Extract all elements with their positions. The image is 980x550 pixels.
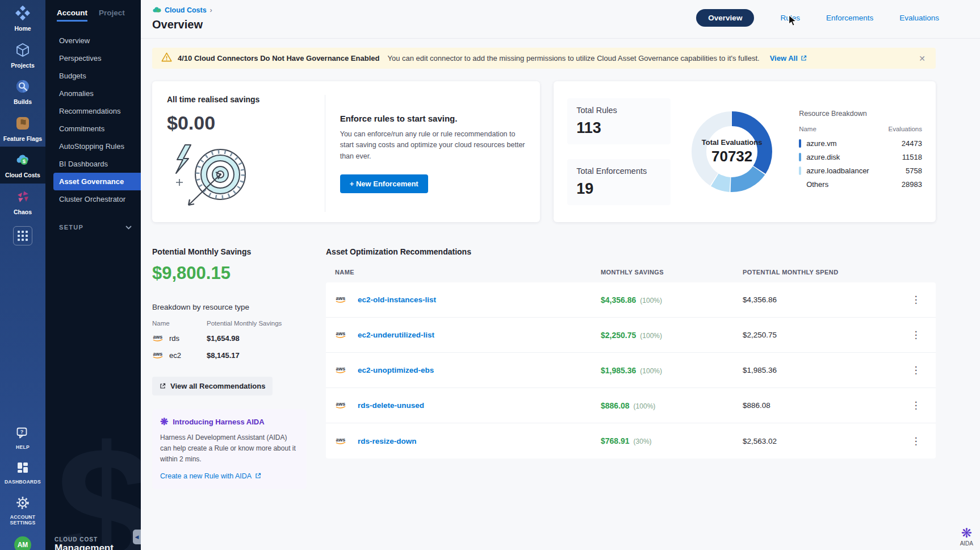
potential-savings-label: Potential Monthly Savings: [152, 247, 307, 256]
view-all-label: View all Recommendations: [170, 382, 265, 390]
sidebar-collapse-button[interactable]: ◀: [133, 530, 141, 544]
aida-panel: ❋ Introducing Harness AIDA Harness AI De…: [152, 409, 307, 489]
kebab-menu-icon[interactable]: ⋮: [896, 295, 936, 305]
tab-rules[interactable]: Rules: [780, 14, 800, 22]
external-link-icon: [801, 55, 807, 61]
banner-close-icon[interactable]: ✕: [918, 54, 927, 63]
sidebar-item-anomalies[interactable]: Anomalies: [45, 85, 141, 102]
monthly-spend-cell: $2,563.02: [743, 437, 896, 445]
kebab-menu-icon[interactable]: ⋮: [896, 330, 936, 340]
breakdown-name: awsrds: [152, 333, 207, 344]
savings-amount: $4,356.86: [601, 295, 636, 305]
rail-item-builds[interactable]: Builds: [0, 73, 45, 110]
legend-value: 24473: [902, 139, 922, 148]
legend-row: azure.vm24473: [799, 139, 922, 148]
breakdown-rows: awsrds$1,654.98awsec2$8,145.17: [152, 333, 307, 361]
recommendation-link[interactable]: awsrds-resize-down: [326, 436, 601, 447]
aida-pinwheel-icon: ❋: [960, 527, 973, 540]
recommendations-rows: awsec2-old-instances-list$4,356.86(100%)…: [326, 282, 936, 459]
projects-icon: [15, 43, 30, 57]
recommendations-table: Asset Optimization Recommendations NAME …: [326, 247, 936, 489]
kebab-menu-icon[interactable]: ⋮: [896, 401, 936, 410]
rail-item-account-settings[interactable]: ACCOUNT SETTINGS: [0, 490, 45, 531]
new-enforcement-button[interactable]: + New Enforcement: [340, 174, 428, 193]
rail-item-cloud-costs[interactable]: $Cloud Costs: [0, 147, 45, 184]
recommendation-name: ec2-unoptimized-ebs: [358, 366, 434, 374]
rail-item-help[interactable]: ?HELP: [0, 420, 45, 455]
footer-kicker: CLOUD COST: [55, 536, 114, 543]
recommendation-link[interactable]: awsrds-delete-unused: [326, 400, 601, 411]
recommendation-name: rds-delete-unused: [358, 401, 424, 410]
aida-fab[interactable]: ❋ AIDA: [960, 527, 973, 547]
recommendation-link[interactable]: awsec2-underutilized-list: [326, 330, 601, 340]
svg-text:aws: aws: [336, 436, 346, 442]
scope-tab-project[interactable]: Project: [99, 9, 125, 22]
recommendation-name: rds-resize-down: [358, 437, 417, 445]
tab-enforcements[interactable]: Enforcements: [826, 14, 873, 22]
kebab-menu-icon[interactable]: ⋮: [896, 436, 936, 446]
legend-value: 5758: [906, 166, 922, 175]
sidebar-item-budgets[interactable]: Budgets: [45, 67, 141, 85]
dollar-watermark: $: [56, 419, 141, 550]
recommendation-link[interactable]: awsec2-old-instances-list: [326, 294, 601, 305]
breadcrumb[interactable]: Cloud Costs ›: [152, 6, 212, 15]
monthly-savings-cell: $2,250.75(100%): [601, 331, 743, 340]
legend-col-evaluations: Evaluations: [889, 126, 922, 132]
tab-evaluations[interactable]: Evaluations: [899, 14, 939, 22]
rail-item-label: HELP: [1, 444, 44, 450]
aws-icon: aws: [335, 294, 349, 305]
rail-items: HomeProjectsBuildsFeature Flags$Cloud Co…: [0, 0, 45, 252]
savings-amount: $886.08: [601, 401, 630, 410]
realised-savings-card: All time realised savings $0.00: [152, 81, 540, 222]
module-rail: HomeProjectsBuildsFeature Flags$Cloud Co…: [0, 0, 45, 550]
savings-percent: (100%): [634, 402, 656, 410]
savings-amount: $1,985.36: [601, 366, 636, 375]
breakdown-row: awsrds$1,654.98: [152, 333, 307, 344]
savings-percent: (30%): [634, 438, 652, 445]
savings-percent: (100%): [640, 367, 662, 375]
view-all-recommendations-button[interactable]: View all Recommendations: [152, 377, 273, 395]
sidebar-item-asset-governance[interactable]: Asset Governance: [53, 173, 141, 190]
sidebar-item-commitments[interactable]: Commitments: [45, 120, 141, 138]
rail-item-feature-flags[interactable]: Feature Flags: [0, 110, 45, 147]
tab-overview[interactable]: Overview: [696, 9, 754, 27]
legend-value: 11518: [902, 153, 922, 161]
banner-view-all-link[interactable]: View All: [770, 54, 807, 63]
savings-percent: (100%): [640, 297, 662, 305]
scope-tab-account[interactable]: Account: [57, 9, 87, 22]
recommendation-link[interactable]: awsec2-unoptimized-ebs: [326, 365, 601, 376]
rail-item-module-picker[interactable]: [0, 220, 45, 252]
chevron-down-icon: [125, 224, 132, 231]
setup-label: SETUP: [59, 224, 83, 231]
breakdown-header: Name Potential Monthly Savings: [152, 320, 307, 327]
kebab-menu-icon[interactable]: ⋮: [896, 365, 936, 375]
rail-item-projects[interactable]: Projects: [0, 37, 45, 74]
sidebar-item-autostopping-rules[interactable]: AutoStopping Rules: [45, 138, 141, 155]
sidebar-item-setup[interactable]: SETUP: [45, 208, 141, 231]
legend-name: azure.vm: [806, 139, 836, 148]
sidebar-item-recommendations[interactable]: Recommendations: [45, 102, 141, 120]
page-header: Cloud Costs › Overview OverviewRulesEnfo…: [141, 0, 980, 39]
monthly-spend-cell: $886.08: [743, 401, 896, 410]
rail-item-home[interactable]: Home: [0, 0, 45, 37]
aida-fab-label: AIDA: [960, 540, 973, 547]
sidebar-item-bi-dashboards[interactable]: BI Dashboards: [45, 155, 141, 173]
create-rule-with-aida-link[interactable]: Create a new Rule with AIDA: [160, 472, 299, 480]
svg-text:aws: aws: [336, 295, 346, 301]
savings-amount: $768.91: [601, 436, 630, 445]
grid-icon: [13, 226, 32, 245]
col-actions: [896, 269, 936, 276]
rail-item-chaos[interactable]: Chaos: [0, 184, 45, 220]
legend-header: Name Evaluations: [799, 126, 922, 132]
table-row: awsrds-delete-unused$886.08(100%)$886.08…: [326, 388, 936, 423]
rail-item-dashboards[interactable]: DASHBOARDS: [0, 455, 45, 490]
legend-row: Others28983: [799, 180, 922, 189]
sidebar-item-overview[interactable]: Overview: [45, 32, 141, 49]
legend-color-chip: [799, 180, 801, 189]
harness-ccm-overview-page: { "rail": { "items": [ {"id":"home","lab…: [0, 0, 980, 550]
avatar[interactable]: AM: [14, 536, 31, 550]
rail-item-label: Feature Flags: [1, 135, 44, 143]
sidebar-item-perspectives[interactable]: Perspectives: [45, 49, 141, 67]
builds-icon: [15, 79, 30, 94]
sidebar-item-cluster-orchestrator[interactable]: Cluster Orchestrator: [45, 190, 141, 208]
